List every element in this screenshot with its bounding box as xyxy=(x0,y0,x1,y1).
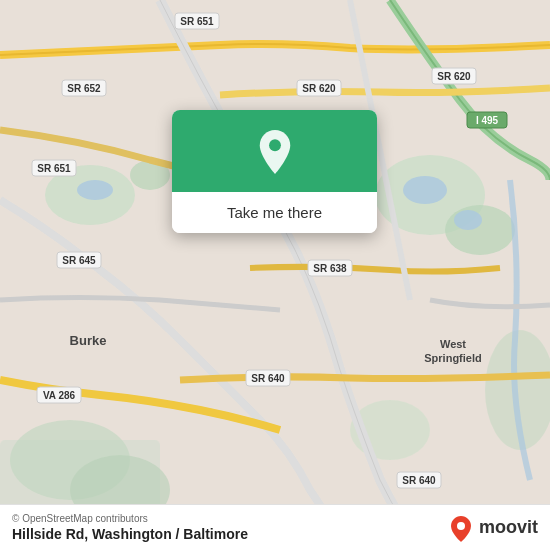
popup-card: Take me there xyxy=(172,110,377,233)
svg-text:SR 652: SR 652 xyxy=(67,83,101,94)
svg-point-39 xyxy=(457,522,465,530)
svg-text:SR 651: SR 651 xyxy=(180,16,214,27)
moovit-logo: moovit xyxy=(447,514,538,542)
map-background: SR 651 SR 652 SR 620 SR 620 I 495 SR 651… xyxy=(0,0,550,550)
svg-text:West: West xyxy=(440,338,466,350)
svg-text:SR 645: SR 645 xyxy=(62,255,96,266)
svg-point-4 xyxy=(445,205,515,255)
svg-text:I 495: I 495 xyxy=(476,115,499,126)
svg-text:Springfield: Springfield xyxy=(424,352,481,364)
map-attribution: © OpenStreetMap contributors xyxy=(12,513,248,524)
svg-point-11 xyxy=(403,176,447,204)
moovit-icon xyxy=(447,514,475,542)
svg-text:SR 620: SR 620 xyxy=(437,71,471,82)
moovit-text: moovit xyxy=(479,517,538,538)
svg-text:SR 620: SR 620 xyxy=(302,83,336,94)
svg-point-12 xyxy=(454,210,482,230)
svg-text:SR 638: SR 638 xyxy=(313,263,347,274)
bottom-left: © OpenStreetMap contributors Hillside Rd… xyxy=(12,513,248,542)
location-label: Hillside Rd, Washington / Baltimore xyxy=(12,526,248,542)
svg-text:Burke: Burke xyxy=(70,333,107,348)
svg-text:SR 651: SR 651 xyxy=(37,163,71,174)
svg-text:VA 286: VA 286 xyxy=(43,390,76,401)
svg-text:SR 640: SR 640 xyxy=(402,475,436,486)
svg-text:SR 640: SR 640 xyxy=(251,373,285,384)
map-container: SR 651 SR 652 SR 620 SR 620 I 495 SR 651… xyxy=(0,0,550,550)
take-me-there-button[interactable]: Take me there xyxy=(172,192,377,233)
popup-header xyxy=(172,110,377,192)
bottom-bar: © OpenStreetMap contributors Hillside Rd… xyxy=(0,504,550,550)
svg-point-10 xyxy=(77,180,113,200)
svg-point-38 xyxy=(269,139,281,151)
location-pin-icon xyxy=(253,130,297,174)
